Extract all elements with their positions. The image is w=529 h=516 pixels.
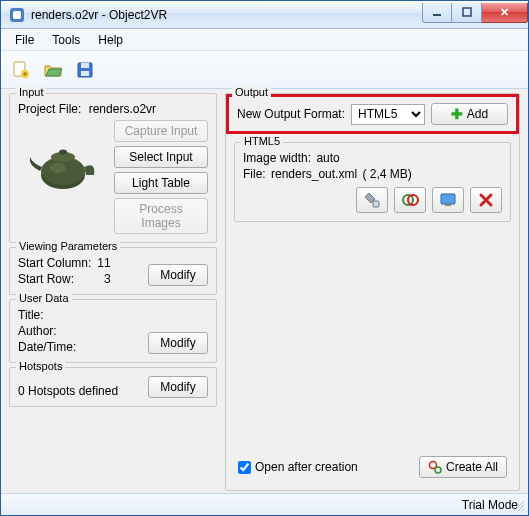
svg-rect-14 (373, 201, 379, 207)
open-after-label: Open after creation (255, 460, 358, 474)
toolbar-open-button[interactable] (39, 56, 67, 84)
preview-thumbnail (18, 120, 108, 210)
viewing-parameters-group: Viewing Parameters Start Column: 11 Star… (9, 247, 217, 295)
statusbar: Trial Mode (1, 493, 528, 515)
output-preview-button[interactable] (432, 187, 464, 213)
svg-rect-3 (463, 8, 471, 16)
image-width-label: Image width: (243, 151, 311, 165)
viewing-group-title: Viewing Parameters (16, 240, 120, 252)
title-label: Title: (18, 308, 76, 322)
open-after-checkbox-input[interactable] (238, 461, 251, 474)
svg-rect-7 (81, 63, 89, 68)
output-config-button[interactable] (356, 187, 388, 213)
toolbar (1, 51, 528, 89)
output-sub-title: HTML5 (241, 135, 283, 147)
right-column: Output New Output Format: HTML5 ✚ Add HT… (225, 93, 520, 491)
svg-rect-1 (13, 11, 21, 19)
output-group-title: Output (232, 86, 271, 98)
add-button-label: Add (467, 107, 488, 121)
trial-mode-label: Trial Mode (462, 498, 518, 512)
open-after-creation-checkbox[interactable]: Open after creation (238, 460, 358, 474)
close-button[interactable]: ✕ (482, 3, 528, 23)
output-html5-subgroup: HTML5 Image width: auto File: renders_ou… (234, 142, 511, 222)
user-data-group: User Data Title: Author: Date/Time: Modi… (9, 299, 217, 363)
start-row-value: 3 (97, 272, 110, 286)
process-images-button[interactable]: Process Images (114, 198, 208, 234)
project-file-value: renders.o2vr (89, 102, 156, 116)
output-format-select[interactable]: HTML5 (351, 104, 425, 125)
svg-rect-8 (81, 71, 89, 76)
start-row-label: Start Row: (18, 272, 91, 286)
file-size: ( 2,4 MB) (362, 167, 411, 181)
hotspots-group: Hotspots 0 Hotspots defined Modify (9, 367, 217, 407)
input-group-title: Input (16, 86, 46, 98)
svg-rect-18 (445, 204, 451, 206)
userdata-modify-button[interactable]: Modify (148, 332, 208, 354)
image-width-value: auto (316, 151, 339, 165)
output-delete-button[interactable] (470, 187, 502, 213)
gears-icon (428, 460, 442, 474)
viewing-modify-button[interactable]: Modify (148, 264, 208, 286)
hotspots-modify-button[interactable]: Modify (148, 376, 208, 398)
create-all-label: Create All (446, 460, 498, 474)
plus-icon: ✚ (451, 107, 463, 121)
svg-rect-17 (441, 194, 455, 204)
output-bottom-row: Open after creation Create All (234, 452, 511, 482)
app-window: renders.o2vr - Object2VR ✕ File Tools He… (0, 0, 529, 516)
menu-tools[interactable]: Tools (44, 31, 88, 49)
capture-input-button[interactable]: Capture Input (114, 120, 208, 142)
select-input-button[interactable]: Select Input (114, 146, 208, 168)
toolbar-new-button[interactable] (7, 56, 35, 84)
author-label: Author: (18, 324, 76, 338)
titlebar[interactable]: renders.o2vr - Object2VR ✕ (1, 1, 528, 29)
add-output-button[interactable]: ✚ Add (431, 103, 508, 125)
project-file-label: Project File: (18, 102, 81, 116)
input-group: Input Project File: renders.o2vr (9, 93, 217, 243)
menubar: File Tools Help (1, 29, 528, 51)
userdata-group-title: User Data (16, 292, 72, 304)
left-column: Input Project File: renders.o2vr (9, 93, 217, 491)
new-output-format-label: New Output Format: (237, 107, 345, 121)
app-icon (9, 7, 25, 23)
svg-point-13 (50, 163, 66, 173)
menu-help[interactable]: Help (90, 31, 131, 49)
svg-rect-2 (433, 14, 441, 16)
create-all-button[interactable]: Create All (419, 456, 507, 478)
minimize-button[interactable] (422, 3, 452, 23)
toolbar-save-button[interactable] (71, 56, 99, 84)
start-column-label: Start Column: (18, 256, 91, 270)
window-title: renders.o2vr - Object2VR (31, 8, 422, 22)
maximize-button[interactable] (452, 3, 482, 23)
highlighted-format-row: New Output Format: HTML5 ✚ Add (226, 94, 519, 134)
window-buttons: ✕ (422, 3, 528, 23)
file-name: renders_out.xml (271, 167, 357, 181)
svg-point-12 (59, 150, 67, 155)
file-label: File: (243, 167, 266, 181)
resize-grip[interactable] (513, 500, 525, 512)
start-column-value: 11 (97, 256, 110, 270)
hotspots-group-title: Hotspots (16, 360, 65, 372)
content-area: Input Project File: renders.o2vr (1, 89, 528, 493)
light-table-button[interactable]: Light Table (114, 172, 208, 194)
menu-file[interactable]: File (7, 31, 42, 49)
output-run-button[interactable] (394, 187, 426, 213)
output-group: Output New Output Format: HTML5 ✚ Add HT… (225, 93, 520, 491)
svg-point-20 (435, 467, 441, 473)
hotspots-count: 0 Hotspots defined (18, 384, 118, 398)
datetime-label: Date/Time: (18, 340, 76, 354)
